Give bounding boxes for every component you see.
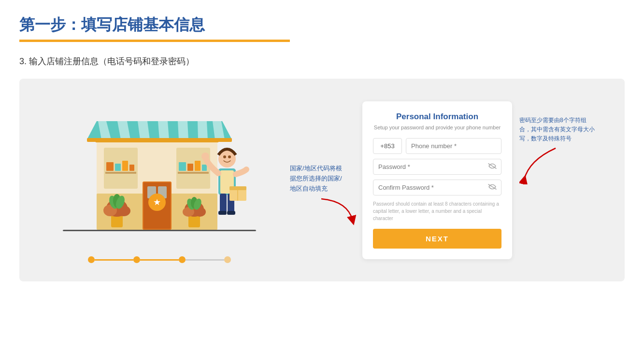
progress-dots [88, 256, 231, 263]
svg-rect-12 [87, 138, 232, 142]
confirm-password-input[interactable] [373, 180, 501, 195]
page-title: 第一步：填写店铺基本信息 [19, 14, 625, 36]
left-annotation-text: 国家/地区代码将根据您所选择的国家/地区自动填充 [290, 164, 348, 194]
progress-line-2 [140, 259, 179, 261]
svg-rect-27 [195, 161, 200, 171]
progress-dot-2 [133, 256, 140, 263]
svg-marker-8 [158, 121, 169, 139]
right-annotation-text: 密码至少需要由8个字符组合，其中需含有英文字母大小写，数字及特殊符号 [519, 116, 597, 144]
form-panel-wrapper: Personal Information Setup your password… [362, 101, 512, 259]
right-arrow-icon [519, 146, 558, 184]
svg-marker-10 [198, 121, 208, 139]
orange-bar [19, 40, 290, 42]
svg-marker-9 [178, 121, 188, 139]
password-eye-icon[interactable] [488, 162, 497, 171]
password-input[interactable] [373, 159, 501, 175]
password-hint: Password should contain at least 8 chara… [373, 200, 501, 222]
progress-dot-4 [224, 256, 231, 263]
svg-rect-28 [202, 165, 207, 171]
svg-rect-25 [179, 162, 186, 171]
illustration-area: ★ [34, 97, 285, 263]
confirm-password-eye-icon[interactable] [488, 183, 497, 192]
svg-rect-18 [105, 172, 136, 174]
confirm-password-row [373, 180, 501, 195]
svg-rect-24 [178, 172, 209, 174]
store-illustration: ★ [58, 97, 261, 247]
right-annotation-area: 密码至少需要由8个字符组合，其中需含有英文字母大小写，数字及特殊符号 [519, 116, 597, 187]
content-box: ★ [19, 79, 625, 281]
svg-rect-34 [220, 194, 227, 213]
progress-dot-3 [179, 256, 186, 263]
step-description: 3. 输入店铺注册信息（电话号码和登录密码） [19, 56, 625, 67]
svg-rect-37 [227, 211, 235, 215]
left-arrow-icon [319, 196, 358, 225]
svg-rect-0 [63, 230, 256, 231]
form-panel: Personal Information Setup your password… [362, 101, 512, 259]
progress-dot-1 [88, 256, 95, 263]
password-row [373, 159, 501, 175]
progress-line-3 [186, 259, 224, 261]
page-container: 第一步：填写店铺基本信息 3. 输入店铺注册信息（电话号码和登录密码） [0, 0, 644, 291]
form-title: Personal Information [373, 112, 501, 122]
svg-rect-26 [187, 164, 193, 171]
svg-rect-20 [115, 164, 121, 171]
svg-point-38 [201, 153, 209, 160]
form-subtitle: Setup your password and provide your pho… [373, 125, 501, 130]
svg-text:★: ★ [153, 197, 161, 207]
svg-rect-22 [129, 165, 134, 171]
svg-rect-36 [218, 211, 227, 215]
progress-line-1 [95, 259, 133, 261]
phone-input[interactable] [406, 138, 501, 154]
svg-rect-19 [106, 162, 114, 171]
svg-rect-21 [122, 161, 128, 171]
phone-row: +853 [373, 138, 501, 154]
left-annotation-area: 国家/地区代码将根据您所选择的国家/地区自动填充 [285, 135, 362, 225]
svg-point-40 [228, 155, 231, 158]
next-button[interactable]: NEXT [373, 229, 501, 249]
svg-point-39 [223, 155, 226, 158]
country-code: +853 [373, 138, 402, 154]
